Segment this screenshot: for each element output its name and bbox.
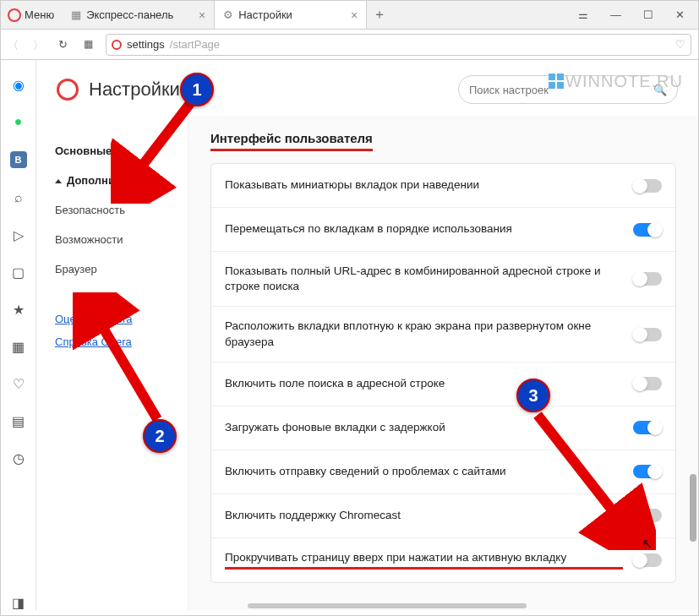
camera-icon[interactable]: ▢ <box>11 264 26 280</box>
toggle[interactable] <box>633 272 662 286</box>
minimize-icon[interactable]: ― <box>610 8 621 21</box>
sidenav-security[interactable]: Безопасность <box>55 195 188 225</box>
sidenav-basic[interactable]: Основные <box>55 136 188 166</box>
gear-icon: ⚙ <box>223 8 233 21</box>
annotation-circle-2: 2 <box>143 419 177 453</box>
news-icon[interactable]: ▤ <box>11 413 26 428</box>
opera-icon <box>57 79 79 101</box>
setting-row[interactable]: Расположить вкладки вплотную к краю экра… <box>211 307 675 362</box>
close-icon[interactable]: × <box>199 8 205 22</box>
toggle[interactable] <box>633 465 662 478</box>
speed-dial-shortcut-icon[interactable]: ▦ <box>84 38 97 52</box>
heart-icon[interactable]: ♡ <box>11 376 26 391</box>
easy-setup-icon[interactable]: ⚌ <box>578 8 588 21</box>
sidebar-toggle-icon[interactable]: ◨ <box>11 595 26 610</box>
settings-card: Показывать миниатюры вкладок при наведен… <box>210 163 676 583</box>
section-title: Интерфейс пользователя <box>210 131 373 151</box>
reload-icon[interactable]: ↻ <box>58 38 72 52</box>
sidebar-rail: ◉ ● B ⌕ ▷ ▢ ★ ▦ ♡ ▤ ◷ ◨ <box>1 60 36 610</box>
tab-label: Экспресс-панель <box>86 8 173 21</box>
setting-label: Загружать фоновые вкладки с задержкой <box>225 420 623 435</box>
search-icon[interactable]: ⌕ <box>11 190 26 205</box>
opera-icon <box>112 40 122 50</box>
tab-speed-dial[interactable]: ▦ Экспресс-панель × <box>63 1 215 29</box>
setting-label: Включить поддержку Chromecast <box>225 508 623 523</box>
setting-row[interactable]: Перемещаться по вкладкам в порядке испол… <box>211 208 675 252</box>
toggle[interactable] <box>633 509 662 522</box>
toggle[interactable] <box>633 179 662 193</box>
setting-row[interactable]: Показывать полный URL-адрес в комбиниров… <box>211 252 675 307</box>
vertical-scrollbar[interactable] <box>690 474 696 542</box>
annotation-circle-3: 3 <box>516 379 550 412</box>
setting-label: Показывать миниатюры вкладок при наведен… <box>225 177 623 193</box>
setting-label: Расположить вкладки вплотную к краю экра… <box>225 319 623 349</box>
toggle[interactable] <box>633 328 662 341</box>
bookmarks-icon[interactable]: ★ <box>11 302 26 317</box>
settings-sidenav: Основные Дополнительно Безопасность Возм… <box>36 116 188 610</box>
tab-settings[interactable]: ⚙ Настройки × <box>215 1 367 29</box>
setting-label: Включить поле поиска в адресной строке <box>225 376 623 391</box>
toggle[interactable] <box>633 377 662 390</box>
sidenav-features[interactable]: Возможности <box>55 225 188 254</box>
toggle[interactable] <box>633 553 662 567</box>
speed-dial-icon: ▦ <box>71 8 81 21</box>
whatsapp-icon[interactable]: ● <box>11 114 26 129</box>
close-icon[interactable]: × <box>351 8 358 22</box>
menu-button[interactable]: Меню <box>1 1 63 29</box>
opera-help-link[interactable]: Справка Opera <box>55 330 188 353</box>
setting-row[interactable]: Включить поддержку Chromecast <box>211 494 675 538</box>
url-path: /startPage <box>170 38 220 51</box>
messenger-icon[interactable]: ◉ <box>11 77 26 92</box>
address-input[interactable]: settings/startPage ♡ <box>106 34 691 56</box>
new-tab-button[interactable]: ＋ <box>367 1 392 29</box>
maximize-icon[interactable]: ☐ <box>643 8 653 21</box>
back-icon[interactable]: 〈 <box>8 38 21 52</box>
setting-row[interactable]: Включить отправку сведений о проблемах с… <box>211 450 675 494</box>
chevron-up-icon <box>55 179 62 183</box>
sidenav-browser[interactable]: Браузер <box>55 254 188 284</box>
setting-label: Показывать полный URL-адрес в комбиниров… <box>225 264 623 294</box>
vk-icon[interactable]: B <box>10 151 27 168</box>
grid-icon[interactable]: ▦ <box>11 339 26 354</box>
forward-icon[interactable]: 〉 <box>33 38 46 52</box>
setting-row[interactable]: Прокручивать страницу вверх при нажатии … <box>211 538 675 582</box>
close-window-icon[interactable]: ✕ <box>675 8 685 21</box>
sidenav-advanced[interactable]: Дополнительно <box>55 166 188 195</box>
setting-label: Включить отправку сведений о проблемах с… <box>225 464 623 479</box>
horizontal-scrollbar[interactable] <box>248 603 664 608</box>
setting-row[interactable]: Включить поле поиска в адресной строке <box>211 363 675 406</box>
page-title: Настройки <box>89 79 180 101</box>
url-host: settings <box>127 38 165 51</box>
clock-icon[interactable]: ◷ <box>11 450 26 466</box>
setting-row[interactable]: Загружать фоновые вкладки с задержкой <box>211 406 675 450</box>
rate-opera-link[interactable]: Оценить Opera <box>55 308 188 330</box>
menu-label: Меню <box>25 8 54 21</box>
annotation-circle-1: 1 <box>180 73 214 106</box>
setting-label: Перемещаться по вкладкам в порядке испол… <box>225 221 623 237</box>
send-icon[interactable]: ▷ <box>11 227 26 243</box>
setting-label: Прокручивать страницу вверх при нажатии … <box>225 550 623 570</box>
setting-row[interactable]: Показывать миниатюры вкладок при наведен… <box>211 164 675 208</box>
toggle[interactable] <box>633 421 662 434</box>
toggle[interactable] <box>633 223 662 237</box>
watermark: WINNOTE.RU <box>549 72 683 91</box>
opera-icon <box>8 8 21 22</box>
bookmark-heart-icon[interactable]: ♡ <box>675 38 685 51</box>
tab-label: Настройки <box>238 8 292 21</box>
